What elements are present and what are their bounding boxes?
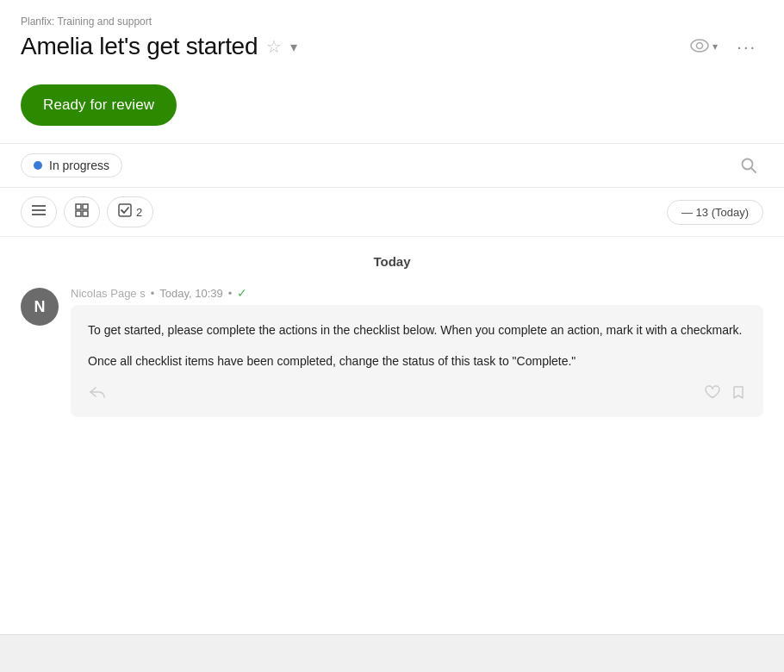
status-dot: [34, 161, 42, 170]
watch-button[interactable]: ▾: [685, 34, 723, 60]
list-icon: [32, 204, 46, 220]
title-row: Amelia let's get started ☆ ▾ ▾ ···: [21, 33, 763, 60]
feed-timestamp: Today, 10:39: [159, 287, 222, 300]
toolbar: 2 — 13 (Today): [0, 188, 784, 237]
svg-rect-7: [76, 204, 81, 209]
message-bubble: To get started, please complete the acti…: [71, 305, 763, 417]
page-title: Amelia let's get started: [21, 33, 258, 60]
status-bar: In progress: [0, 143, 784, 188]
breadcrumb: Planfix: Training and support: [21, 16, 763, 28]
watch-chevron-icon: ▾: [712, 40, 718, 53]
dropdown-chevron-icon[interactable]: ▾: [290, 39, 297, 55]
message-line1: To get started, please complete the acti…: [88, 320, 746, 339]
status-label: In progress: [49, 159, 109, 172]
reaction-buttons: [703, 383, 746, 405]
feed-separator: •: [151, 287, 155, 300]
status-badge[interactable]: In progress: [21, 153, 122, 177]
like-button[interactable]: [703, 383, 722, 405]
star-icon[interactable]: ☆: [266, 36, 282, 57]
bottom-bar: [0, 634, 784, 672]
review-section: Ready for review: [0, 69, 784, 134]
table-icon: [75, 203, 89, 221]
feed-separator2: •: [228, 287, 233, 300]
svg-line-3: [752, 169, 756, 173]
feed-meta: Nicolas Page s • Today, 10:39 • ✓: [71, 286, 763, 300]
eye-icon: [690, 37, 709, 57]
toolbar-left: 2: [21, 196, 153, 227]
svg-point-2: [743, 159, 753, 170]
feed-item: N Nicolas Page s • Today, 10:39 • ✓ To g…: [21, 286, 763, 417]
bookmark-button[interactable]: [731, 383, 746, 405]
feed-content: Nicolas Page s • Today, 10:39 • ✓ To get…: [71, 286, 763, 417]
svg-rect-10: [83, 211, 88, 216]
search-button[interactable]: [734, 151, 763, 180]
title-left: Amelia let's get started ☆ ▾: [21, 33, 297, 60]
page-container: Planfix: Training and support Amelia let…: [0, 0, 784, 672]
table-view-button[interactable]: [64, 196, 100, 227]
title-right: ▾ ···: [685, 34, 763, 60]
feed: Today N Nicolas Page s • Today, 10:39 • …: [0, 237, 784, 434]
ready-for-review-button[interactable]: Ready for review: [21, 84, 177, 126]
svg-point-0: [691, 40, 708, 52]
date-filter-button[interactable]: — 13 (Today): [667, 200, 763, 225]
checklist-icon: [118, 203, 132, 221]
message-line2: Once all checklist items have been compl…: [88, 352, 746, 370]
svg-rect-8: [83, 204, 88, 209]
feed-author: Nicolas Page s: [71, 287, 146, 300]
avatar: N: [21, 288, 59, 326]
checklist-button[interactable]: 2: [107, 196, 153, 227]
reply-button[interactable]: [88, 384, 107, 403]
more-options-button[interactable]: ···: [730, 34, 763, 60]
feed-date-label: Today: [21, 254, 763, 269]
checklist-count: 2: [136, 206, 142, 219]
svg-rect-9: [76, 211, 81, 216]
toolbar-right: — 13 (Today): [667, 200, 763, 225]
message-actions: [88, 380, 746, 405]
read-checkmark-icon: ✓: [237, 286, 247, 300]
list-view-button[interactable]: [21, 196, 57, 227]
svg-point-1: [697, 42, 703, 48]
header: Planfix: Training and support Amelia let…: [0, 0, 784, 69]
